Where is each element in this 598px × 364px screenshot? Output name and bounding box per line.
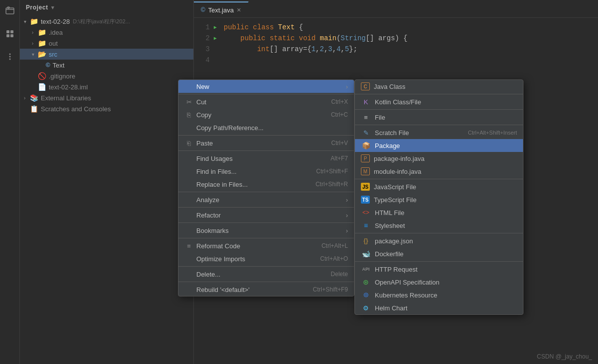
sep-1 bbox=[178, 94, 354, 94]
menu-item-new[interactable]: New › bbox=[178, 80, 354, 93]
menu-item-paste[interactable]: ⎗ Paste Ctrl+V bbox=[178, 137, 354, 149]
http-icon: API bbox=[361, 267, 371, 272]
submenu-file[interactable]: ≡ File bbox=[355, 111, 523, 124]
copy-icon: ⎘ bbox=[184, 111, 193, 119]
sep-6 bbox=[178, 222, 354, 223]
tree-arrow-root: ▾ bbox=[24, 19, 30, 24]
submenu-sep-3 bbox=[355, 125, 523, 125]
code-line-3: 3 int[] array={1,2,3,4,5}; bbox=[194, 44, 598, 55]
optimize-shortcut: Ctrl+Alt+O bbox=[320, 255, 348, 262]
tree-item-text[interactable]: › © Text bbox=[20, 60, 193, 71]
tree-item-root[interactable]: ▾ 📁 text-02-28 D:\程序\java\程序\202... bbox=[20, 16, 193, 27]
submenu-module-info[interactable]: M module-info.java bbox=[355, 165, 523, 178]
submenu-scratch[interactable]: ✎ Scratch File Ctrl+Alt+Shift+Insert bbox=[355, 126, 523, 139]
tree-item-scratches[interactable]: › 📋 Scratches and Consoles bbox=[20, 103, 193, 114]
menu-item-find-usages[interactable]: Find Usages Alt+F7 bbox=[178, 152, 354, 165]
sep-2 bbox=[178, 135, 354, 136]
submenu-label-javascript: JavaScript File bbox=[374, 183, 517, 191]
tab-bar: © Text.java ✕ bbox=[194, 0, 598, 18]
menu-label-reformat: Reformat Code bbox=[196, 242, 318, 250]
tree-item-out[interactable]: › 📁 out bbox=[20, 38, 193, 49]
run-btn-1[interactable]: ▶ bbox=[214, 24, 221, 31]
tree-item-idea[interactable]: › 📁 .idea bbox=[20, 27, 193, 38]
submenu-sep-6 bbox=[355, 261, 523, 262]
submenu-kotlin-class[interactable]: K Kotlin Class/File bbox=[355, 95, 523, 108]
submenu-javascript[interactable]: JS JavaScript File bbox=[355, 180, 523, 193]
module-info-icon: M bbox=[361, 167, 370, 175]
submenu-packagejson[interactable]: {} package.json bbox=[355, 234, 523, 247]
svg-rect-5 bbox=[10, 34, 13, 37]
submenu-kubernetes[interactable]: ☸ Kubernetes Resource bbox=[355, 289, 523, 301]
tree-label-idea: .idea bbox=[49, 29, 63, 36]
more-icon[interactable] bbox=[3, 50, 17, 64]
svg-rect-4 bbox=[6, 34, 9, 37]
sep-4 bbox=[178, 192, 354, 192]
menu-item-copy-path[interactable]: Copy Path/Reference... bbox=[178, 121, 354, 134]
package-info-icon: P bbox=[361, 154, 370, 162]
find-files-shortcut: Ctrl+Shift+F bbox=[316, 168, 348, 175]
run-btn-4-placeholder bbox=[214, 57, 221, 64]
submenu-label-packagejson: package.json bbox=[375, 237, 517, 245]
tab-close-button[interactable]: ✕ bbox=[237, 7, 241, 13]
project-header[interactable]: Project ▾ bbox=[20, 0, 193, 15]
menu-item-rebuild[interactable]: Rebuild '<default>' Ctrl+Shift+F9 bbox=[178, 283, 354, 296]
html-icon: <> bbox=[361, 209, 371, 216]
line-num-2: 2 bbox=[198, 34, 210, 42]
stylesheet-icon: ≡ bbox=[361, 221, 371, 229]
submenu-label-scratch: Scratch File bbox=[375, 129, 468, 137]
menu-item-optimize[interactable]: Optimize Imports Ctrl+Alt+O bbox=[178, 252, 354, 265]
line-num-4: 4 bbox=[198, 56, 210, 64]
submenu-package[interactable]: 📦 Package bbox=[355, 139, 523, 152]
tree-item-extlib[interactable]: › 📚 External Libraries bbox=[20, 92, 193, 103]
menu-item-reformat[interactable]: ≡ Reformat Code Ctrl+Alt+L bbox=[178, 239, 354, 252]
menu-item-bookmarks[interactable]: Bookmarks › bbox=[178, 224, 354, 237]
submenu-sep-4 bbox=[355, 179, 523, 179]
tree-label-text: Text bbox=[53, 62, 65, 69]
bookmarks-arrow: › bbox=[346, 227, 348, 234]
submenu-sep-2 bbox=[355, 109, 523, 110]
svg-point-7 bbox=[9, 56, 10, 58]
refactor-arrow: › bbox=[346, 212, 348, 219]
submenu-typescript[interactable]: TS TypeScript File bbox=[355, 193, 523, 206]
delete-shortcut: Delete bbox=[331, 271, 348, 278]
sep-7 bbox=[178, 238, 354, 238]
menu-item-analyze[interactable]: Analyze › bbox=[178, 193, 354, 206]
folder-icon-root: 📁 bbox=[30, 17, 38, 25]
menu-label-replace-files: Replace in Files... bbox=[196, 181, 312, 188]
line-num-1: 1 bbox=[198, 23, 210, 31]
menu-item-find-files[interactable]: Find in Files... Ctrl+Shift+F bbox=[178, 165, 354, 178]
submenu-openapi[interactable]: ⊛ OpenAPI Specification bbox=[355, 276, 523, 289]
submenu-http[interactable]: API HTTP Request bbox=[355, 263, 523, 276]
rebuild-shortcut: Ctrl+Shift+F9 bbox=[313, 286, 348, 293]
submenu-stylesheet[interactable]: ≡ Stylesheet bbox=[355, 219, 523, 232]
code-line-1: 1 ▶ public class Text { bbox=[194, 22, 598, 33]
tree-item-gitignore[interactable]: › 🚫 .gitignore bbox=[20, 71, 193, 81]
submenu-package-info[interactable]: P package-info.java bbox=[355, 152, 523, 165]
tree-arrow-idea: › bbox=[32, 30, 38, 35]
menu-item-delete[interactable]: Delete... Delete bbox=[178, 268, 354, 281]
run-btn-2[interactable]: ▶ bbox=[214, 35, 221, 42]
menu-item-cut[interactable]: ✂ Cut Ctrl+X bbox=[178, 95, 354, 108]
submenu-dockerfile[interactable]: 🐋 Dockerfile bbox=[355, 247, 523, 260]
menu-item-refactor[interactable]: Refactor › bbox=[178, 209, 354, 221]
project-icon[interactable] bbox=[3, 4, 17, 18]
submenu-html[interactable]: <> HTML File bbox=[355, 206, 523, 219]
submenu-label-kubernetes: Kubernetes Resource bbox=[375, 291, 517, 299]
run-btn-3-placeholder bbox=[214, 46, 221, 53]
tab-text-java[interactable]: © Text.java ✕ bbox=[194, 1, 249, 17]
menu-item-replace-files[interactable]: Replace in Files... Ctrl+Shift+R bbox=[178, 178, 354, 191]
menu-item-copy[interactable]: ⎘ Copy Ctrl+C bbox=[178, 108, 354, 121]
submenu-label-java-class: Java Class bbox=[374, 83, 517, 90]
menu-label-find-files: Find in Files... bbox=[196, 168, 312, 175]
tree-item-iml[interactable]: › 📄 text-02-28.iml bbox=[20, 81, 193, 92]
watermark: CSDN @_jay_chou_ bbox=[537, 353, 592, 360]
gitignore-icon: 🚫 bbox=[38, 72, 46, 80]
tree-item-src[interactable]: ▾ 📂 src bbox=[20, 49, 193, 60]
submenu-helm[interactable]: ⚙ Helm Chart bbox=[355, 301, 523, 314]
submenu-java-class[interactable]: C Java Class bbox=[355, 80, 523, 93]
structure-icon[interactable] bbox=[3, 27, 17, 41]
svg-rect-0 bbox=[6, 8, 14, 14]
sep-3 bbox=[178, 150, 354, 151]
project-header-label: Project bbox=[26, 4, 48, 11]
scratch-shortcut: Ctrl+Alt+Shift+Insert bbox=[468, 130, 517, 136]
